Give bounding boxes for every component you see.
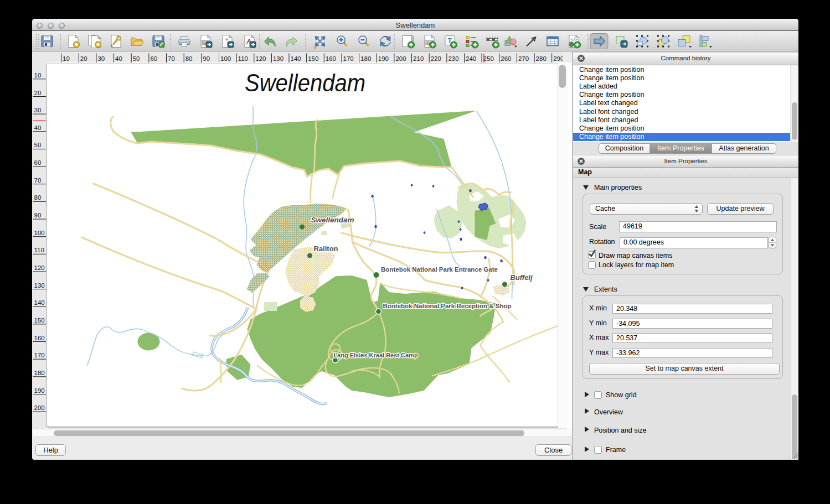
svg-text:270: 270	[518, 55, 529, 62]
svg-text:170: 170	[343, 55, 354, 62]
svg-text:150: 150	[34, 317, 45, 324]
svg-text:70: 70	[34, 177, 42, 184]
svg-text:30: 30	[97, 55, 105, 62]
svg-text:280: 280	[536, 55, 547, 62]
svg-text:Lang Elsies Kraal Rest Camp: Lang Elsies Kraal Rest Camp	[333, 352, 418, 358]
svg-text:Buffelj: Buffelj	[510, 273, 533, 282]
svg-text:10: 10	[63, 55, 70, 62]
svg-text:140: 140	[291, 55, 301, 62]
svg-text:30: 30	[34, 107, 42, 113]
svg-text:140: 140	[34, 299, 45, 306]
svg-text:190: 190	[34, 387, 45, 394]
svg-text:200: 200	[34, 404, 45, 411]
svg-text:190: 190	[378, 55, 389, 62]
svg-text:50: 50	[34, 142, 42, 148]
svg-text:</>: </>	[571, 37, 578, 42]
svg-text:210: 210	[413, 55, 424, 62]
svg-text:70: 70	[168, 55, 175, 62]
svg-text:110: 110	[34, 247, 44, 253]
svg-text:120: 120	[255, 55, 266, 62]
svg-text:20: 20	[34, 90, 42, 96]
svg-text:120: 120	[34, 264, 45, 271]
svg-text:Swellendam: Swellendam	[245, 69, 365, 97]
svg-text:40: 40	[115, 55, 122, 62]
svg-text:160: 160	[326, 55, 336, 62]
svg-text:50: 50	[133, 55, 140, 62]
svg-text:Swellendam: Swellendam	[311, 216, 354, 224]
svg-text:240: 240	[466, 55, 476, 62]
svg-text:260: 260	[501, 55, 511, 62]
svg-text:130: 130	[34, 282, 45, 289]
svg-text:170: 170	[34, 352, 45, 358]
svg-text:60: 60	[34, 159, 42, 166]
svg-text:Bontebok National Park Entranc: Bontebok National Park Entrance Gate	[381, 266, 498, 273]
svg-text:90: 90	[34, 212, 42, 219]
svg-text:180: 180	[360, 55, 371, 62]
svg-text:40: 40	[34, 124, 42, 131]
svg-text:80: 80	[34, 194, 42, 201]
svg-text:90: 90	[203, 55, 210, 62]
svg-text:10: 10	[34, 72, 42, 79]
svg-text:290: 290	[553, 55, 563, 62]
svg-text:230: 230	[448, 55, 458, 62]
svg-text:130: 130	[273, 55, 283, 62]
svg-text:220: 220	[431, 55, 441, 62]
svg-text:160: 160	[34, 335, 45, 341]
svg-text:20: 20	[80, 55, 87, 62]
svg-text:60: 60	[150, 55, 157, 62]
svg-text:80: 80	[185, 55, 193, 62]
svg-text:200: 200	[395, 55, 406, 62]
svg-text:Bontebok National Park Recepti: Bontebok National Park Reception & Shop	[383, 303, 512, 309]
svg-text:250: 250	[483, 55, 494, 62]
svg-text:100: 100	[34, 230, 45, 236]
svg-text:110: 110	[238, 55, 248, 62]
svg-text:150: 150	[308, 55, 318, 62]
svg-text:100: 100	[220, 55, 231, 62]
svg-text:Railton: Railton	[313, 245, 338, 253]
svg-text:180: 180	[34, 370, 45, 376]
